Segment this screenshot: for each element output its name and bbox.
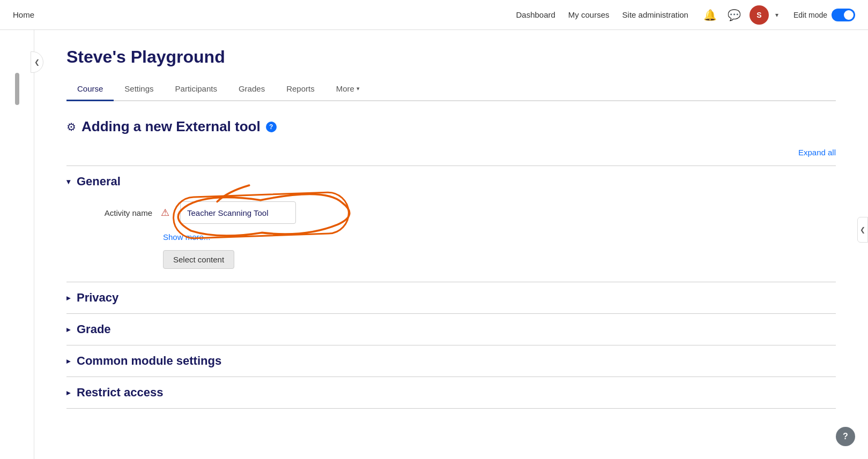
- activity-name-row: Activity name ⚠: [66, 201, 836, 224]
- restrict-access-chevron-icon: ▸: [66, 388, 70, 397]
- section-common-module: ▸ Common module settings: [66, 345, 836, 377]
- page-heading-row: ⚙ Adding a new External tool ?: [66, 118, 836, 135]
- required-icon: ⚠: [161, 207, 169, 219]
- activity-name-input[interactable]: [180, 201, 296, 224]
- section-common-module-header[interactable]: ▸ Common module settings: [66, 345, 836, 377]
- notification-bell-icon[interactable]: 🔔: [701, 6, 719, 24]
- nav-right: 🔔 💬 S ▾ Edit mode: [701, 5, 855, 25]
- tab-settings[interactable]: Settings: [114, 78, 164, 101]
- general-chevron-icon: ▾: [66, 177, 70, 186]
- edit-mode-toggle[interactable]: [832, 9, 855, 21]
- gear-icon: ⚙: [66, 121, 76, 133]
- activity-name-label: Activity name: [66, 208, 152, 217]
- section-general-header[interactable]: ▾ General: [66, 166, 836, 197]
- page-heading: Adding a new External tool: [81, 118, 261, 135]
- nav-my-courses[interactable]: My courses: [568, 10, 610, 19]
- common-module-section-label: Common module settings: [77, 354, 221, 368]
- section-general: ▾ General Activity name ⚠: [66, 165, 836, 282]
- restrict-access-section-label: Restrict access: [77, 386, 163, 400]
- grade-chevron-icon: ▸: [66, 325, 70, 334]
- user-dropdown-caret[interactable]: ▾: [775, 11, 778, 19]
- course-title: Steve's Playground: [66, 47, 836, 67]
- course-tabs: Course Settings Participants Grades Repo…: [66, 78, 836, 101]
- top-nav: Home Dashboard My courses Site administr…: [0, 0, 868, 30]
- edit-mode-label: Edit mode: [793, 11, 827, 19]
- general-section-content: Activity name ⚠ Show more...: [66, 197, 836, 282]
- nav-dashboard[interactable]: Dashboard: [516, 10, 555, 19]
- common-module-chevron-icon: ▸: [66, 357, 70, 365]
- expand-all-button[interactable]: Expand all: [798, 148, 836, 157]
- section-grade-header[interactable]: ▸ Grade: [66, 314, 836, 345]
- sidebar: ❮: [0, 30, 34, 459]
- section-grade: ▸ Grade: [66, 313, 836, 345]
- general-section-label: General: [77, 175, 121, 189]
- page-wrapper: ❮ Steve's Playground Course Settings Par…: [0, 30, 868, 459]
- more-dropdown-icon: ▾: [357, 85, 360, 92]
- section-restrict-access-header[interactable]: ▸ Restrict access: [66, 377, 836, 408]
- sidebar-scroll: [15, 73, 19, 105]
- show-more-link[interactable]: Show more...: [66, 232, 836, 242]
- activity-name-wrapper: [180, 201, 545, 224]
- expand-all-row: Expand all: [66, 148, 836, 157]
- section-privacy: ▸ Privacy: [66, 282, 836, 313]
- edit-mode-container: Edit mode: [793, 9, 855, 21]
- tab-reports[interactable]: Reports: [276, 78, 325, 101]
- tab-grades[interactable]: Grades: [228, 78, 276, 101]
- tab-participants[interactable]: Participants: [165, 78, 228, 101]
- tab-more[interactable]: More ▾: [325, 78, 370, 101]
- nav-site-admin[interactable]: Site administration: [622, 10, 688, 19]
- nav-links: Home Dashboard My courses Site administr…: [13, 10, 688, 19]
- select-content-button[interactable]: Select content: [163, 250, 234, 269]
- section-privacy-header[interactable]: ▸ Privacy: [66, 282, 836, 313]
- message-icon[interactable]: 💬: [725, 6, 743, 24]
- privacy-chevron-icon: ▸: [66, 294, 70, 302]
- nav-home[interactable]: Home: [13, 10, 503, 19]
- tab-course[interactable]: Course: [66, 78, 114, 101]
- heading-help-icon[interactable]: ?: [266, 122, 277, 132]
- avatar[interactable]: S: [750, 5, 769, 25]
- help-button[interactable]: ?: [836, 427, 855, 446]
- toggle-slider: [832, 9, 855, 21]
- privacy-section-label: Privacy: [77, 291, 118, 305]
- right-panel-collapse-btn[interactable]: ❮: [857, 217, 868, 243]
- main-content: Steve's Playground Course Settings Parti…: [34, 30, 868, 459]
- section-restrict-access: ▸ Restrict access: [66, 377, 836, 409]
- grade-section-label: Grade: [77, 322, 111, 336]
